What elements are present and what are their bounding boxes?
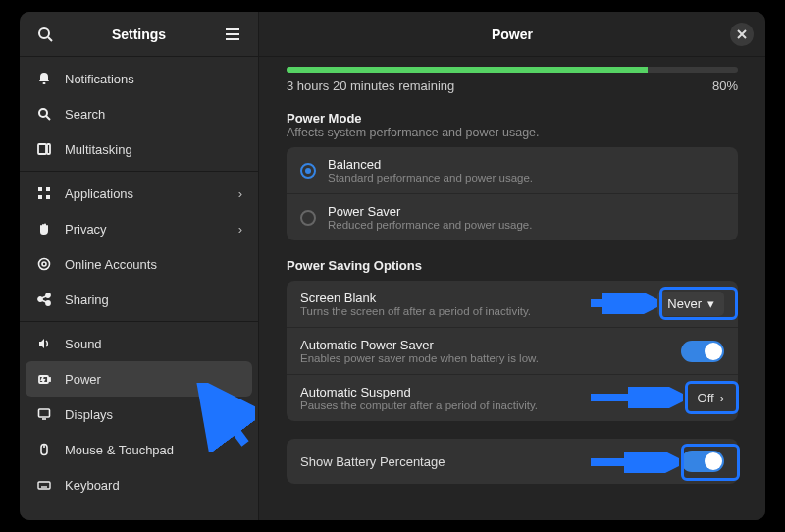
auto-power-saver-toggle[interactable] <box>681 341 724 362</box>
auto-suspend-value[interactable]: Off › <box>698 391 724 405</box>
svg-point-15 <box>42 262 46 266</box>
row-subtitle: Reduced performance and power usage. <box>328 219 724 231</box>
radio-icon <box>300 163 316 179</box>
sidebar-nav: Notifications Search Multitasking Applic… <box>20 57 258 520</box>
svg-line-19 <box>42 296 47 298</box>
svg-line-7 <box>46 116 50 120</box>
sidebar: Settings Notifications Search Multitaski… <box>20 12 259 520</box>
settings-window: Settings Notifications Search Multitaski… <box>20 12 765 520</box>
chevron-down-icon: ▾ <box>707 296 714 311</box>
main-panel: Power 3 hours 20 minutes remaining 80% P… <box>259 12 765 520</box>
sidebar-item-privacy[interactable]: Privacy › <box>20 211 258 246</box>
power-mode-card: Balanced Standard performance and power … <box>287 147 738 240</box>
share-icon <box>35 293 53 306</box>
show-battery-percentage-row[interactable]: Show Battery Percentage <box>287 439 738 484</box>
battery-remaining: 3 hours 20 minutes remaining <box>287 79 454 93</box>
bell-icon <box>35 72 53 85</box>
screen-blank-combo[interactable]: Never ▾ <box>657 292 724 316</box>
power-saving-card: Screen Blank Turns the screen off after … <box>287 281 738 421</box>
svg-rect-5 <box>43 82 46 84</box>
power-mode-power-saver[interactable]: Power Saver Reduced performance and powe… <box>287 194 738 240</box>
close-button[interactable] <box>730 23 754 46</box>
row-subtitle: Turns the screen off after a period of i… <box>300 305 646 317</box>
sidebar-item-search[interactable]: Search <box>20 96 258 132</box>
svg-line-1 <box>48 37 52 41</box>
svg-point-6 <box>39 109 47 117</box>
chevron-right-icon: › <box>720 391 724 405</box>
separator <box>20 321 258 322</box>
svg-rect-13 <box>46 195 50 199</box>
hand-icon <box>35 222 53 236</box>
battery-percent: 80% <box>712 79 738 93</box>
battery-status-row: 3 hours 20 minutes remaining 80% <box>287 79 738 93</box>
svg-rect-9 <box>47 144 50 154</box>
radio-icon <box>300 210 316 226</box>
svg-rect-11 <box>46 187 50 191</box>
power-mode-subtitle: Affects system performance and power usa… <box>287 126 738 139</box>
multitasking-icon <box>35 142 53 156</box>
sidebar-item-label: Search <box>65 107 105 122</box>
row-subtitle: Standard performance and power usage. <box>328 172 724 184</box>
search-icon <box>35 107 53 121</box>
sidebar-item-online-accounts[interactable]: Online Accounts <box>20 246 258 282</box>
speaker-icon <box>35 337 53 350</box>
svg-rect-23 <box>39 409 50 417</box>
row-title: Automatic Power Saver <box>300 338 669 352</box>
auto-power-saver-row[interactable]: Automatic Power Saver Enables power save… <box>287 328 738 375</box>
value-text: Off <box>698 391 714 405</box>
battery-progress <box>287 67 738 73</box>
sidebar-item-label: Keyboard <box>65 478 120 493</box>
search-icon <box>37 27 53 42</box>
sidebar-item-displays[interactable]: Displays <box>20 397 258 432</box>
sidebar-header: Settings <box>20 12 258 57</box>
separator <box>20 171 258 172</box>
svg-rect-22 <box>49 378 51 381</box>
hamburger-icon <box>225 27 240 41</box>
row-title: Automatic Suspend <box>300 385 686 399</box>
row-subtitle: Enables power saver mode when battery is… <box>300 352 669 364</box>
sidebar-item-label: Mouse & Touchpad <box>65 443 174 457</box>
svg-rect-8 <box>38 144 46 154</box>
main-header: Power <box>259 12 765 57</box>
keyboard-icon <box>35 478 53 492</box>
sidebar-item-label: Sound <box>65 337 102 351</box>
search-button[interactable] <box>31 21 59 48</box>
chevron-right-icon: › <box>238 186 242 201</box>
menu-button[interactable] <box>219 21 246 48</box>
sidebar-item-label: Displays <box>65 407 113 422</box>
sidebar-title: Settings <box>59 27 219 42</box>
sidebar-item-label: Online Accounts <box>65 257 157 272</box>
row-title: Balanced <box>328 157 724 172</box>
at-icon <box>35 257 53 271</box>
sidebar-item-notifications[interactable]: Notifications <box>20 61 258 96</box>
power-mode-balanced[interactable]: Balanced Standard performance and power … <box>287 147 738 194</box>
sidebar-item-sharing[interactable]: Sharing <box>20 282 258 317</box>
svg-point-14 <box>39 259 50 270</box>
sidebar-item-power[interactable]: Power <box>26 361 252 397</box>
sidebar-item-mouse-touchpad[interactable]: Mouse & Touchpad <box>20 432 258 467</box>
svg-rect-12 <box>38 195 42 199</box>
sidebar-item-label: Power <box>65 372 101 387</box>
row-subtitle: Pauses the computer after a period of in… <box>300 399 686 411</box>
row-title: Screen Blank <box>300 291 646 305</box>
content: 3 hours 20 minutes remaining 80% Power M… <box>259 57 765 520</box>
sidebar-item-label: Privacy <box>65 222 107 237</box>
show-battery-percentage-toggle[interactable] <box>681 451 724 472</box>
sidebar-item-label: Notifications <box>65 72 134 86</box>
chevron-right-icon: › <box>238 222 242 237</box>
battery-progress-fill <box>287 67 648 73</box>
close-icon <box>737 29 747 39</box>
combo-value: Never <box>667 296 702 311</box>
auto-suspend-row[interactable]: Automatic Suspend Pauses the computer af… <box>287 375 738 421</box>
page-title: Power <box>294 27 730 42</box>
screen-blank-row[interactable]: Screen Blank Turns the screen off after … <box>287 281 738 328</box>
apps-icon <box>35 186 53 200</box>
sidebar-item-label: Sharing <box>65 293 109 307</box>
sidebar-item-multitasking[interactable]: Multitasking <box>20 132 258 167</box>
power-mode-title: Power Mode <box>287 111 738 126</box>
sidebar-item-sound[interactable]: Sound <box>20 326 258 361</box>
sidebar-item-applications[interactable]: Applications › <box>20 176 258 211</box>
sidebar-item-label: Multitasking <box>65 142 132 157</box>
svg-rect-27 <box>38 482 50 489</box>
sidebar-item-keyboard[interactable]: Keyboard <box>20 467 258 503</box>
